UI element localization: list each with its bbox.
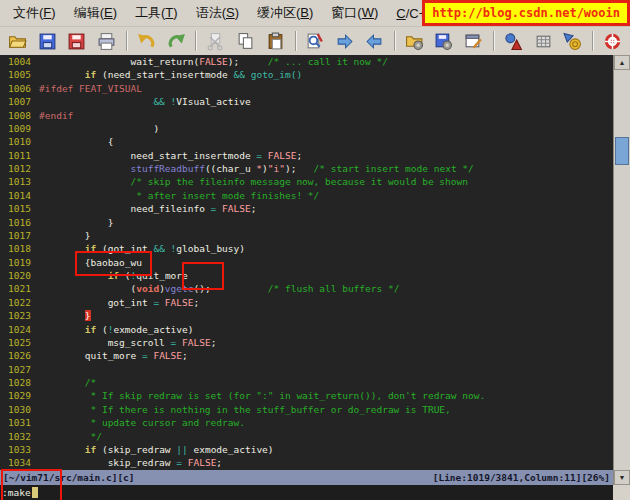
code-token: need_fileinfo (39, 203, 211, 214)
run-ctags-button[interactable] (531, 28, 556, 54)
code-line[interactable]: 1013 /* skip the fileinfo message now, b… (0, 175, 613, 188)
menu-item-f[interactable]: 文件(F) (4, 1, 65, 25)
code-token: skip_redraw (39, 457, 176, 468)
line-number: 1010 (0, 135, 39, 148)
line-number: 1029 (0, 389, 39, 402)
code-line[interactable]: 1017 } (0, 229, 613, 242)
code-line[interactable]: 1029 * If skip redraw is set (for ":" in… (0, 389, 613, 402)
find-prev-button[interactable] (362, 28, 387, 54)
undo-button[interactable] (134, 28, 159, 54)
scrollbar-thumb[interactable] (615, 137, 629, 165)
make-button[interactable] (501, 28, 526, 54)
code-line[interactable]: 1027 (0, 363, 613, 376)
code-line[interactable]: 1022 got_int = FALSE; (0, 296, 613, 309)
code-line[interactable]: 1008#endif (0, 109, 613, 122)
code-token: /* (85, 377, 96, 388)
code-line[interactable]: 1004 wait_return(FALSE); /* ... call it … (0, 55, 613, 68)
code-line[interactable]: 1011 need_start_insertmode = FALSE; (0, 149, 613, 162)
code-token: { (39, 136, 113, 147)
scroll-up-arrow-icon[interactable]: ▲ (614, 55, 630, 70)
code-line[interactable]: 1024 if (!exmode_active) (0, 323, 613, 336)
code-token: && (234, 69, 245, 80)
line-number: 1028 (0, 376, 39, 389)
code-token (39, 417, 90, 428)
redo-icon (167, 32, 186, 51)
toolbar-separator (295, 31, 297, 51)
code-line[interactable]: 1009 ) (0, 122, 613, 135)
toolbar-separator (126, 31, 128, 51)
code-token: ; (211, 337, 217, 348)
code-line[interactable]: 1014 * after insert mode finishes! */ (0, 189, 613, 202)
copy-button[interactable] (233, 28, 258, 54)
menu-item-t[interactable]: 工具(T) (126, 1, 187, 25)
annotation-box-baobao-wu (75, 251, 152, 276)
code-line[interactable]: 1028 /* (0, 376, 613, 389)
code-line[interactable]: 1026 quit_more = FALSE; (0, 349, 613, 362)
line-number: 1027 (0, 363, 39, 376)
code-line[interactable]: 1007 && !VIsual_active (0, 95, 613, 108)
code-line[interactable]: 1032 */ (0, 430, 613, 443)
redo-button[interactable] (164, 28, 189, 54)
code-line[interactable]: 1010 { (0, 135, 613, 148)
gvim-window: 文件(F)编辑(E)工具(T)语法(S)缓冲区(B)窗口(W)C/C++帮助(H… (0, 0, 630, 500)
save-all-button[interactable] (64, 28, 89, 54)
line-number: 1021 (0, 282, 39, 295)
code-token (39, 176, 131, 187)
code-line[interactable]: 1006#ifdef FEAT_VISUAL (0, 82, 613, 95)
cut-button[interactable] (203, 28, 228, 54)
scroll-down-arrow-icon[interactable]: ▼ (614, 470, 630, 485)
find-next-icon (335, 32, 354, 51)
paste-button[interactable] (263, 28, 288, 54)
run-script-icon (464, 32, 483, 51)
code-token: global_busy) (176, 243, 245, 254)
code-token: stuffReadbuff (131, 163, 205, 174)
save-session-button[interactable] (432, 28, 457, 54)
code-line[interactable]: 1025 msg_scroll = FALSE; (0, 336, 613, 349)
code-line[interactable]: 1012 stuffReadbuff((char_u *)"i"); /* st… (0, 162, 613, 175)
command-line[interactable]: :make (0, 485, 613, 500)
code-line[interactable]: 1033 if (skip_redraw || exmode_active) (0, 443, 613, 456)
line-number: 1005 (0, 68, 39, 81)
run-script-button[interactable] (461, 28, 486, 54)
code-token: if (85, 444, 96, 455)
status-bar: [~/vim71/src/main.c][c] [Line:1019/3841,… (0, 470, 613, 485)
print-button[interactable] (94, 28, 119, 54)
code-token: * update cursor and redraw. (90, 417, 244, 428)
code-token: */ (90, 431, 101, 442)
toolbar-separator (493, 31, 495, 51)
code-line[interactable]: 1034 skip_redraw = FALSE; (0, 456, 613, 469)
open-button[interactable] (5, 28, 30, 54)
code-token: ; (251, 203, 257, 214)
menu-item-s[interactable]: 语法(S) (187, 1, 248, 25)
code-token: /* start insert mode next */ (314, 163, 474, 174)
code-line[interactable]: 1021 (void)vgetc(); /* flush all buffers… (0, 282, 613, 295)
code-line[interactable]: 1016 } (0, 216, 613, 229)
code-line[interactable]: 1023 } (0, 309, 613, 322)
code-line[interactable]: 1030 * If there is nothing in the stuff_… (0, 403, 613, 416)
code-token: /* skip the fileinfo message now, becaus… (131, 176, 468, 187)
find-replace-button[interactable] (303, 28, 328, 54)
save-button[interactable] (35, 28, 60, 54)
tag-jump-button[interactable] (560, 28, 585, 54)
code-line[interactable]: 1015 need_fileinfo = FALSE; (0, 202, 613, 215)
help-button[interactable] (600, 28, 625, 54)
code-line[interactable]: 1005 if (need_start_insertmode && goto_i… (0, 68, 613, 81)
help-icon (603, 32, 622, 51)
load-session-button[interactable] (402, 28, 427, 54)
code-token: ) (39, 123, 159, 134)
find-next-button[interactable] (332, 28, 357, 54)
code-token: need_start_insertmode (39, 150, 256, 161)
code-token (39, 190, 136, 201)
find-prev-icon (365, 32, 384, 51)
undo-icon (137, 32, 156, 51)
menu-item-b[interactable]: 缓冲区(B) (248, 1, 322, 25)
menu-item-w[interactable]: 窗口(W) (322, 1, 387, 25)
line-number: 1008 (0, 109, 39, 122)
vertical-scrollbar[interactable]: ▲ ▼ (613, 55, 630, 485)
blog-url-badge[interactable]: http://blog.csdn.net/wooin (422, 0, 630, 26)
code-token: quit_more (39, 350, 142, 361)
line-number: 1017 (0, 229, 39, 242)
menu-item-e[interactable]: 编辑(E) (65, 1, 126, 25)
tag-jump-icon (563, 32, 582, 51)
code-line[interactable]: 1031 * update cursor and redraw. (0, 416, 613, 429)
